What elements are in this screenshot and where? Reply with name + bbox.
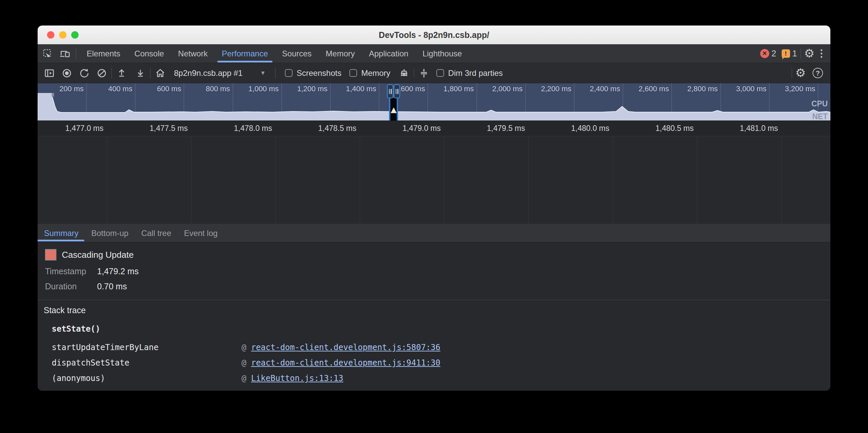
summary-event-name: Cascading Update [62,250,134,260]
upload-profile-icon[interactable] [115,67,128,79]
ruler-tick-label: 1,479.5 ms [465,124,525,133]
active-tab-underline [38,240,84,241]
overview-tick-label: 1,200 ms [280,85,328,93]
network-request-bar [38,93,52,97]
record-icon[interactable] [60,67,73,79]
tab-console[interactable]: Console [127,44,171,63]
stack-frame: (anonymous)@LikeButton.js:13:13 [52,371,824,386]
selection-left-handle[interactable] [387,84,393,98]
bottom-tab-event-log[interactable]: Event log [178,224,224,242]
tab-elements[interactable]: Elements [80,44,127,63]
home-icon[interactable] [154,67,166,79]
track-gridline [191,136,191,224]
track-gridline [697,136,698,224]
clear-icon[interactable] [95,67,108,79]
tabbar-right: × 2 ! 1 ⚙ [760,44,826,63]
stack-frame: startUpdateTimerByLane@react-dom-client.… [52,340,824,355]
divider [801,48,801,59]
overview-tick-label: 3,000 ms [719,85,767,93]
dim-3rd-parties-checkbox[interactable] [436,69,444,77]
tab-performance[interactable]: Performance [215,44,275,63]
overview-tick-label: 1,400 ms [329,85,376,93]
overview-tick-label: 1,000 ms [232,85,279,93]
track-gridline [781,136,782,224]
ruler-tick-label: 1,479.0 ms [380,124,441,133]
download-profile-icon[interactable] [134,67,147,79]
track-gridline [613,136,613,224]
reload-record-icon[interactable] [78,67,91,79]
help-icon[interactable]: ? [813,68,823,78]
tab-sources[interactable]: Sources [275,44,319,63]
ruler-tick-label: 1,477.0 ms [43,124,103,133]
divider [792,68,792,78]
screenshots-checkbox[interactable] [285,69,292,77]
stack-origin: setState() [52,324,824,334]
frame-function: startUpdateTimerByLane [52,343,242,352]
settings-gear-icon[interactable]: ⚙ [804,48,814,59]
network-request-bar-tip [52,93,54,97]
overview-tick-label: 600 ms [134,85,181,93]
timeline-overview[interactable]: 200 ms400 ms600 ms800 ms1,000 ms1,200 ms… [38,83,830,121]
ruler-tick-label: 1,477.5 ms [127,124,188,133]
bottom-tab-bottom-up[interactable]: Bottom-up [85,224,135,242]
device-toolbar-icon[interactable] [58,46,72,61]
error-count[interactable]: 2 [772,49,776,58]
selection-left-edge[interactable] [389,98,390,121]
tab-application[interactable]: Application [362,44,415,63]
dim-3rd-parties-label[interactable]: Dim 3rd parties [448,68,503,78]
titlebar: DevTools - 8p2n9n.csb.app/ [38,26,830,44]
main-tabbar: ElementsConsoleNetworkPerformanceSources… [38,44,830,63]
flame-chart[interactable]: ▼ Scheduler — Custom ▼Blocking▶Transitio… [38,136,830,224]
overview-tick-label: 3,400 ms [817,85,830,93]
bottom-tab-call-tree[interactable]: Call tree [135,224,177,242]
perf-toolbar: 8p2n9n.csb.app #1 ▼ Screenshots Memory D… [38,63,830,83]
warning-badge-icon[interactable]: ! [782,49,790,58]
active-tab-underline [217,61,272,62]
frame-source-link[interactable]: LikeButton.js:13:13 [251,374,343,383]
memory-label[interactable]: Memory [361,68,390,78]
overview-tick-label: 1,600 ms [378,85,425,93]
track-gridline [528,136,529,224]
tab-lighthouse[interactable]: Lighthouse [415,44,469,63]
tab-memory[interactable]: Memory [319,44,362,63]
more-options-icon[interactable] [820,49,822,58]
toggle-sidebar-icon[interactable] [43,67,56,79]
divider [414,69,414,77]
garbage-collect-icon[interactable] [398,67,410,79]
summary-row-label: Duration [45,281,97,291]
selection-right-edge[interactable] [397,98,398,121]
overview-tick-label: 3,200 ms [768,85,815,93]
chevron-down-icon[interactable]: ▼ [260,70,266,76]
tab-network[interactable]: Network [171,44,215,63]
frame-at: @ [242,358,246,368]
summary-row-label: Timestamp [45,267,97,276]
overview-tick-label: 2,000 ms [476,85,523,93]
bottom-tab-summary[interactable]: Summary [38,224,85,242]
collapse-flame-icon[interactable] [417,67,430,79]
ruler-tick-label: 1,478.0 ms [212,124,272,133]
divider [275,68,275,78]
error-badge-icon[interactable]: × [760,49,769,58]
frame-source-link[interactable]: react-dom-client.development.js:5807:36 [251,343,440,352]
frame-source-link[interactable]: react-dom-client.development.js:9411:30 [251,358,440,368]
target-selector[interactable]: 8p2n9n.csb.app #1 [174,68,243,78]
overview-tick-label: 400 ms [85,85,132,93]
bottom-tabbar: SummaryBottom-upCall treeEvent log [38,224,830,242]
cpu-lane-label: CPU [811,99,828,108]
overview-tick-label: 2,200 ms [524,85,571,93]
screenshots-label[interactable]: Screenshots [297,68,341,78]
ruler-tick-label: 1,480.5 ms [633,124,694,133]
inspect-element-icon[interactable] [40,46,55,61]
divider [76,48,76,59]
capture-settings-gear-icon[interactable]: ⚙ [796,67,806,79]
ruler-tick-label: 1,480.0 ms [549,124,609,133]
stack-trace-pane: Stack trace setState() startUpdateTimerB… [38,300,830,391]
memory-checkbox[interactable] [349,69,357,77]
window-title: DevTools - 8p2n9n.csb.app/ [38,26,830,44]
warning-count[interactable]: 1 [793,49,797,58]
devtools-window: DevTools - 8p2n9n.csb.app/ ElementsConso… [38,26,830,391]
detail-ruler[interactable]: 1,477.0 ms1,477.5 ms1,478.0 ms1,478.5 ms… [38,121,830,136]
selection-right-handle[interactable] [394,84,400,98]
panel-tabs: ElementsConsoleNetworkPerformanceSources… [80,44,469,63]
summary-row: Timestamp1,479.2 ms [45,267,139,276]
